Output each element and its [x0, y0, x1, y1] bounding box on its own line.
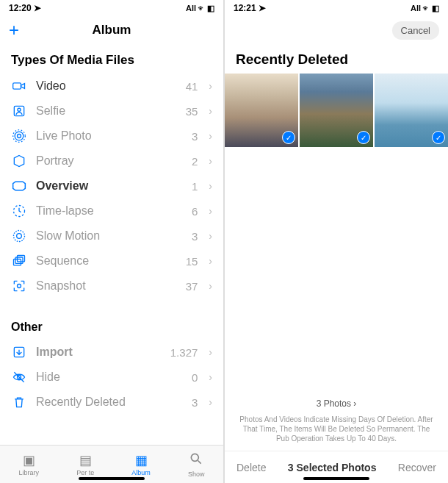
chevron-icon: ›: [209, 180, 212, 192]
chevron-icon: ›: [209, 130, 212, 142]
row-label: Hide: [36, 371, 183, 384]
cancel-button[interactable]: Cancel: [392, 21, 439, 40]
svg-point-8: [17, 234, 22, 239]
chevron-icon: ›: [209, 255, 212, 267]
home-indicator[interactable]: [79, 477, 145, 480]
status-bar: 12:20➤ All ᯤ ◧: [0, 0, 223, 16]
chevron-icon: ›: [209, 230, 212, 242]
section-types-header: Types Of Media Files: [0, 44, 223, 74]
row-snapshot[interactable]: Snapshot 37 ›: [0, 273, 223, 298]
row-label: Import: [36, 346, 162, 359]
recently-deleted-screen: 12:21➤ All ᯤ ◧ Cancel Recently Deleted ✓…: [225, 0, 448, 483]
row-label: Video: [36, 79, 177, 93]
row-count: 41: [186, 80, 198, 93]
selection-count: 3 Selected Photos: [288, 462, 377, 473]
row-label: Slow Motion: [36, 229, 183, 243]
photo-count: 3 Photos ›: [225, 396, 448, 412]
row-recently-deleted[interactable]: Recently Deleted 3 ›: [0, 390, 223, 415]
nav-bar: Cancel: [225, 16, 448, 44]
photo-thumbnail[interactable]: ✓: [300, 74, 373, 147]
add-button[interactable]: +: [9, 20, 19, 40]
status-time: 12:21: [234, 3, 256, 13]
row-slowmotion[interactable]: Slow Motion 3 ›: [0, 223, 223, 248]
row-video[interactable]: Video 41 ›: [0, 74, 223, 99]
row-label: Recently Deleted: [36, 396, 183, 409]
search-icon: [189, 451, 203, 470]
tab-foryou[interactable]: ▤Per te: [76, 452, 94, 476]
row-portray[interactable]: Portray 2 ›: [0, 149, 223, 173]
svg-point-15: [192, 454, 199, 461]
battery-icon: ◧: [207, 4, 214, 13]
svg-point-3: [18, 135, 21, 138]
row-hide[interactable]: Hide 0 ›: [0, 365, 223, 390]
location-icon: ➤: [259, 3, 266, 13]
slowmotion-icon: [11, 228, 27, 244]
row-count: 6: [192, 205, 198, 218]
overview-icon: [11, 178, 27, 194]
delete-button[interactable]: Delete: [236, 462, 266, 473]
page-title: Recently Deleted: [225, 44, 448, 74]
wifi-icon: ᯤ: [422, 4, 430, 12]
row-overview[interactable]: Overview 1 ›: [0, 173, 223, 198]
sequence-icon: [11, 253, 27, 269]
status-bar: 12:21➤ All ᯤ ◧: [225, 0, 448, 16]
import-icon: [11, 344, 27, 360]
tab-album[interactable]: ▦Album: [131, 452, 151, 476]
photo-thumbnail[interactable]: ✓: [225, 74, 298, 147]
row-import[interactable]: Import 1.327 ›: [0, 340, 223, 365]
hide-icon: [11, 369, 27, 385]
svg-rect-0: [13, 83, 21, 89]
row-timelapse[interactable]: Time-lapse 6 ›: [0, 198, 223, 223]
row-count: 37: [186, 280, 198, 293]
row-selfie[interactable]: Selfie 35 ›: [0, 99, 223, 124]
row-count: 1: [192, 180, 198, 193]
chevron-icon: ›: [209, 155, 212, 167]
row-label: Overview: [36, 179, 183, 193]
selected-check-icon: ✓: [432, 131, 445, 144]
recover-button[interactable]: Recover: [398, 462, 436, 473]
chevron-icon: ›: [209, 346, 212, 358]
selected-check-icon: ✓: [282, 131, 295, 144]
chevron-icon: ›: [209, 205, 212, 217]
tab-search[interactable]: Show: [188, 451, 205, 478]
row-count: 1.327: [170, 346, 198, 359]
chevron-icon: ›: [209, 396, 212, 408]
row-count: 35: [186, 105, 198, 118]
row-label: Live Photo: [36, 129, 183, 143]
svg-point-4: [15, 132, 24, 140]
row-count: 0: [192, 371, 198, 384]
album-list: Types Of Media Files Video 41 › Selfie 3…: [0, 44, 223, 445]
album-icon: ▦: [135, 452, 148, 468]
albums-screen: 12:20➤ All ᯤ ◧ + Album Types Of Media Fi…: [0, 0, 225, 483]
svg-point-12: [18, 285, 21, 288]
row-count: 3: [192, 396, 198, 409]
row-sequence[interactable]: Sequence 15 ›: [0, 248, 223, 273]
trash-icon: [11, 394, 27, 410]
home-indicator[interactable]: [303, 477, 369, 480]
chevron-icon: ›: [209, 80, 212, 92]
nav-bar: + Album: [0, 16, 223, 44]
section-other-header: Other: [0, 298, 223, 340]
photo-thumbnail[interactable]: ✓: [375, 74, 448, 147]
row-livephoto[interactable]: Live Photo 3 ›: [0, 124, 223, 149]
livephoto-icon: [11, 128, 27, 144]
chevron-icon: ›: [209, 371, 212, 383]
selfie-icon: [11, 103, 27, 119]
signal-label: All: [186, 4, 196, 12]
portray-icon: [11, 153, 27, 169]
wifi-icon: ᯤ: [198, 4, 206, 12]
chevron-icon: ›: [209, 280, 212, 292]
row-count: 2: [192, 155, 198, 168]
photo-grid: ✓ ✓ ✓: [225, 74, 448, 147]
nav-title: Album: [93, 23, 131, 37]
location-icon: ➤: [34, 3, 41, 13]
library-icon: ▣: [23, 452, 35, 468]
battery-icon: ◧: [432, 4, 439, 13]
selected-check-icon: ✓: [357, 131, 370, 144]
disclaimer-text: Photos And Videos Indicate Missing Days …: [225, 412, 448, 451]
timelapse-icon: [11, 203, 27, 219]
foryou-icon: ▤: [79, 452, 92, 468]
tab-library[interactable]: ▣Library: [19, 452, 40, 476]
row-label: Snapshot: [36, 279, 177, 293]
row-label: Selfie: [36, 104, 177, 118]
